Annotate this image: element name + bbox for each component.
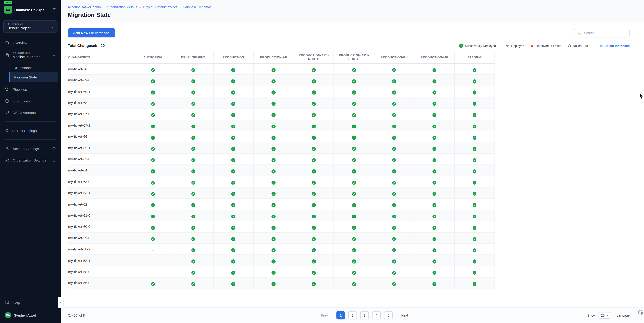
success-check-icon <box>272 248 276 252</box>
status-cell <box>374 255 414 266</box>
page-button-2[interactable]: 2 <box>348 311 357 319</box>
migration-state-table: CHANGESETSAUTHORINGDEVELOPMENTPRODUCTION… <box>68 52 495 289</box>
sidebar-item-account-settings[interactable]: Account Settings <box>0 143 61 154</box>
changeset-name: my-ticket-58-2 <box>68 243 133 255</box>
table-row: my-ticket-64 <box>68 165 495 176</box>
success-check-icon <box>352 124 356 128</box>
status-cell <box>334 210 374 221</box>
sidebar-item-organization-settings[interactable]: Organization Settings <box>0 155 61 165</box>
success-check-icon <box>352 68 356 72</box>
success-check-icon <box>392 124 396 128</box>
changeset-name: my-ticket-55-0 <box>68 277 133 289</box>
page-button-4[interactable]: 4 <box>372 311 381 319</box>
success-check-icon <box>272 79 276 83</box>
success-check-icon <box>392 79 396 83</box>
arrow-right-icon: → <box>410 313 413 317</box>
status-cell <box>294 64 334 75</box>
success-check-icon <box>272 181 276 185</box>
sidebar-item-executions[interactable]: Executions <box>0 96 61 106</box>
next-page-button[interactable]: Next → <box>399 313 416 317</box>
project-selector[interactable]: ◇ PROJECT Default Project <box>3 20 58 33</box>
changeset-name: my-ticket-69-1 <box>68 86 133 97</box>
status-cell <box>374 64 414 75</box>
sidebar-item-migration-state[interactable]: Migration State <box>9 72 58 82</box>
status-cell <box>414 64 454 75</box>
status-cell <box>374 120 414 131</box>
status-cell <box>334 243 374 255</box>
page-button-1[interactable]: 1 <box>336 311 345 319</box>
sidebar-item-help[interactable]: Help <box>0 298 61 308</box>
status-cell <box>334 109 374 120</box>
success-check-icon <box>272 169 276 173</box>
success-check-icon <box>432 192 436 196</box>
success-check-icon <box>352 203 356 207</box>
success-check-icon <box>191 203 195 207</box>
success-check-icon <box>432 169 436 173</box>
status-cell <box>454 243 495 255</box>
status-cell: – <box>133 255 173 266</box>
db-governance-shield-icon <box>5 110 10 115</box>
status-cell <box>294 120 334 131</box>
status-cell <box>254 97 294 109</box>
success-check-icon <box>432 248 436 252</box>
success-check-icon <box>191 226 195 230</box>
page-title: Migration State <box>68 12 630 18</box>
success-check-icon <box>312 192 316 196</box>
select-instances-button[interactable]: Select Instances <box>600 44 630 48</box>
status-cell <box>133 187 173 199</box>
changeset-name: my-ticket-67-0 <box>68 109 133 120</box>
breadcrumb-link[interactable]: Project: Default Project <box>143 6 177 9</box>
success-check-icon <box>232 91 235 95</box>
sidebar-collapse-handle[interactable]: ‹ <box>58 297 64 308</box>
status-cell <box>213 232 254 244</box>
info-icon[interactable] <box>52 158 56 162</box>
user-menu[interactable]: SA Stephen Atwell <box>0 310 61 323</box>
success-check-icon <box>191 124 195 128</box>
sidebar-item-project-settings[interactable]: ⚙ Project Settings <box>0 125 61 136</box>
success-check-icon <box>392 259 396 263</box>
status-cell <box>173 221 213 232</box>
page-size-dropdown[interactable]: 20 ▼ <box>598 312 611 318</box>
executions-play-icon <box>5 99 10 103</box>
sidebar-item-pipelines[interactable]: Pipelines <box>0 84 61 95</box>
prev-page-button[interactable]: ← Prev <box>314 313 330 317</box>
status-cell <box>294 243 334 255</box>
success-check-icon <box>232 214 235 218</box>
add-db-instance-button[interactable]: Add New DB Instance <box>68 28 115 38</box>
support-headset-icon[interactable] <box>638 309 643 316</box>
status-cell <box>213 255 254 266</box>
success-check-icon <box>191 271 195 275</box>
sidebar-item-overview[interactable]: Overview <box>0 38 61 48</box>
success-check-icon <box>392 192 396 196</box>
status-cell <box>213 277 254 289</box>
sidebar-item-label: Help <box>13 301 20 305</box>
changeset-name: my-ticket-61-0 <box>68 210 133 221</box>
sidebar-item-db-schemas[interactable]: DB SCHEMAS pipeline_authored <box>0 49 61 62</box>
search-box[interactable] <box>574 29 630 37</box>
breadcrumb-link[interactable]: Account: satwell-demo <box>68 6 101 9</box>
success-check-icon <box>352 79 356 83</box>
status-cell <box>374 131 414 142</box>
sidebar-item-db-instances[interactable]: DB Instances <box>9 63 58 72</box>
breadcrumb-link[interactable]: Organization: default <box>107 6 137 9</box>
success-check-icon <box>232 79 235 83</box>
success-check-icon <box>432 181 436 185</box>
page-button-3[interactable]: 3 <box>360 311 369 319</box>
success-check-icon <box>312 147 316 151</box>
changeset-name: my-ticket-58-1 <box>68 255 133 266</box>
info-icon[interactable] <box>52 147 56 151</box>
page-button-5[interactable]: 5 <box>384 311 393 319</box>
not-deployed-dash: – <box>152 248 154 252</box>
breadcrumb-link[interactable]: Database Schemas <box>183 6 212 9</box>
changeset-name: my-ticket-63-1 <box>68 187 133 199</box>
divider <box>614 313 614 318</box>
sidebar-item-db-governance[interactable]: DB Governance <box>0 107 61 118</box>
status-cell <box>173 210 213 221</box>
rollback-arrow-icon <box>568 44 571 48</box>
apps-grid-icon[interactable] <box>52 8 57 12</box>
status-cell <box>414 187 454 199</box>
status-cell <box>294 187 334 199</box>
status-cell <box>133 232 173 244</box>
success-check-icon <box>392 181 396 185</box>
search-input[interactable] <box>583 31 626 35</box>
